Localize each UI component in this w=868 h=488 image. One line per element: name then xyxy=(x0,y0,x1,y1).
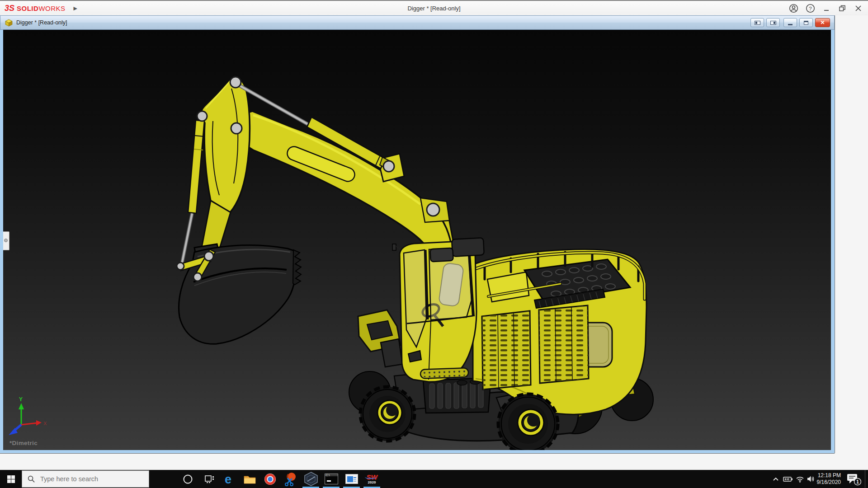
front-axle xyxy=(358,310,402,367)
taskbar-item-taskview[interactable] xyxy=(199,470,219,488)
tray-clock[interactable]: 12:18 PM 9/16/2020 xyxy=(813,470,841,488)
app-titlebar: 3S SOLID WORKS ▶ Digger * [Read-only] ? xyxy=(0,0,868,15)
close-icon[interactable] xyxy=(854,4,863,13)
tray-network[interactable] xyxy=(794,470,806,488)
account-icon[interactable] xyxy=(789,4,798,13)
triad-x-label: X xyxy=(43,421,47,426)
excavator-model: Y X xyxy=(3,30,831,450)
bucket-cylinder xyxy=(181,120,204,267)
hexagon-app-icon xyxy=(304,472,318,486)
svg-text:?: ? xyxy=(809,5,811,11)
taskbar-item-file-explorer[interactable] xyxy=(240,470,260,488)
minimize-bar-icon xyxy=(788,24,793,25)
menu-expand-icon[interactable]: ▶ xyxy=(74,5,77,11)
clock-time: 12:18 PM xyxy=(818,472,841,479)
windows-taskbar: e xyxy=(0,470,868,488)
minimize-icon[interactable] xyxy=(822,4,830,13)
blue-window-app-icon xyxy=(345,474,358,484)
document-window-controls: ✕ xyxy=(750,18,830,27)
taskbar-item-edge[interactable]: e xyxy=(219,470,240,488)
upper-body xyxy=(473,249,646,414)
brand-solid: SOLID xyxy=(17,5,38,12)
snagit-icon xyxy=(284,472,297,486)
app-title: Digger * [Read-only] xyxy=(0,1,868,15)
taskbar-item-edrawings[interactable] xyxy=(301,470,321,488)
doc-restore-button[interactable] xyxy=(799,18,813,27)
notification-badge: 1 xyxy=(856,479,859,484)
taskbar-item-blue-window[interactable] xyxy=(341,470,362,488)
view-orientation-label: *Dimetric xyxy=(9,440,38,446)
pane-left-icon xyxy=(755,21,760,25)
taskbar-item-chrome[interactable] xyxy=(260,470,280,488)
cortana-icon xyxy=(183,474,193,484)
wifi-icon xyxy=(796,475,804,483)
help-icon[interactable]: ? xyxy=(806,4,815,13)
file-explorer-icon xyxy=(244,474,256,484)
doc-minimize-button[interactable] xyxy=(783,18,797,27)
tile-right-button[interactable] xyxy=(766,18,780,27)
dipper-arm xyxy=(201,76,250,254)
side-grille-front xyxy=(482,311,531,389)
tray-battery[interactable] xyxy=(782,470,794,488)
solidworks-logo[interactable]: 3S SOLID WORKS xyxy=(5,4,66,13)
windows-logo-icon xyxy=(7,475,15,483)
feature-tree-flyout-handle[interactable] xyxy=(3,231,9,250)
chevron-up-icon xyxy=(772,477,779,482)
front-wheel xyxy=(360,387,415,441)
chrome-icon xyxy=(264,473,276,485)
clock-date: 9/16/2020 xyxy=(817,479,841,486)
triad-y-label: Y xyxy=(19,396,23,403)
taskbar-item-solidworks[interactable]: SW 2020 xyxy=(362,470,382,488)
mirror xyxy=(392,244,396,250)
dassault-mark: 3S xyxy=(5,4,14,13)
pane-right-icon xyxy=(770,21,776,25)
taskbar-item-cortana[interactable] xyxy=(178,470,198,488)
document-title: Digger * [Read-only] xyxy=(16,19,67,26)
taskbar-item-cmd[interactable]: C:\ xyxy=(321,470,341,488)
cab xyxy=(392,241,476,382)
doc-close-button[interactable]: ✕ xyxy=(815,18,830,27)
restore-box-icon xyxy=(804,21,808,25)
bucket-teeth xyxy=(293,250,301,285)
taskbar-search[interactable] xyxy=(22,470,149,488)
tray-chevron[interactable] xyxy=(770,470,781,488)
search-input[interactable] xyxy=(39,475,136,483)
taskbar-item-snagit[interactable] xyxy=(280,470,301,488)
orientation-triad: Y X xyxy=(9,396,47,435)
task-view-icon xyxy=(204,474,215,484)
edge-icon: e xyxy=(223,472,236,486)
search-icon xyxy=(28,475,35,483)
solidworks-2020-icon: SW 2020 xyxy=(366,474,377,484)
start-button[interactable] xyxy=(0,470,22,488)
document-titlebar[interactable]: Digger * [Read-only] ✕ xyxy=(0,15,835,30)
brand-works: WORKS xyxy=(38,5,65,12)
side-grille-rear xyxy=(539,305,589,383)
part-cube-icon xyxy=(5,19,13,27)
graphics-viewport[interactable]: Y X *Dimetric xyxy=(3,30,831,450)
notification-center[interactable]: 1 xyxy=(844,470,863,488)
battery-icon xyxy=(783,476,793,482)
tile-left-button[interactable] xyxy=(750,18,764,27)
document-body: Y X *Dimetric xyxy=(0,30,835,453)
solidworks-screen: 3S SOLID WORKS ▶ Digger * [Read-only] ? xyxy=(0,0,868,488)
app-window-controls: ? xyxy=(789,1,863,15)
show-desktop-button[interactable] xyxy=(865,470,868,488)
command-prompt-icon: C:\ xyxy=(325,474,338,484)
notification-icon: 1 xyxy=(846,472,861,486)
svg-text:e: e xyxy=(225,473,231,486)
document-window: Digger * [Read-only] ✕ xyxy=(0,15,835,453)
restore-icon[interactable] xyxy=(838,4,847,13)
